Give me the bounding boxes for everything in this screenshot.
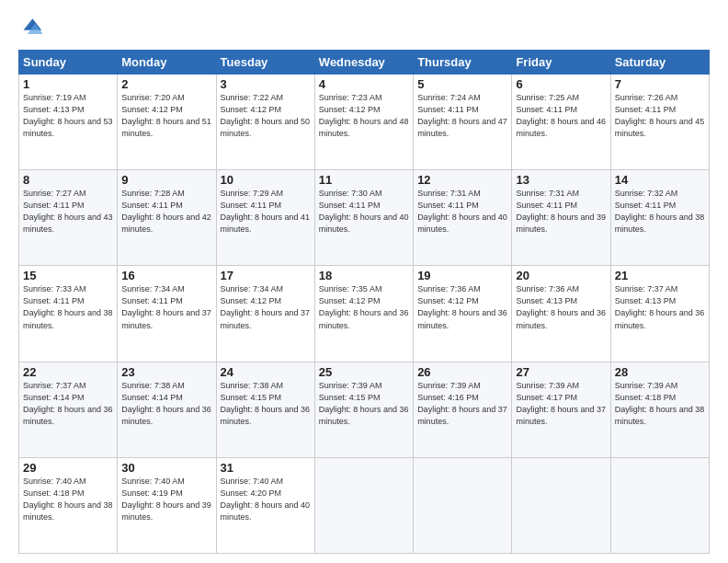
- day-number: 19: [417, 269, 507, 282]
- week-row-3: 15Sunrise: 7:33 AM Sunset: 4:11 PM Dayli…: [19, 266, 710, 362]
- day-number: 3: [221, 77, 311, 91]
- day-info: Sunrise: 7:22 AM Sunset: 4:12 PM Dayligh…: [221, 92, 311, 140]
- header-day-monday: Monday: [118, 51, 216, 75]
- header-row: SundayMondayTuesdayWednesdayThursdayFrid…: [19, 51, 710, 75]
- day-info: Sunrise: 7:19 AM Sunset: 4:13 PM Dayligh…: [23, 92, 113, 140]
- calendar-table: SundayMondayTuesdayWednesdayThursdayFrid…: [18, 50, 710, 554]
- day-number: 30: [121, 461, 211, 475]
- day-cell: 19Sunrise: 7:36 AM Sunset: 4:12 PM Dayli…: [414, 266, 512, 362]
- day-number: 10: [221, 173, 311, 187]
- day-info: Sunrise: 7:20 AM Sunset: 4:12 PM Dayligh…: [121, 92, 211, 140]
- day-number: 1: [23, 77, 113, 91]
- day-cell: 14Sunrise: 7:32 AM Sunset: 4:11 PM Dayli…: [610, 170, 709, 266]
- day-info: Sunrise: 7:34 AM Sunset: 4:12 PM Dayligh…: [221, 283, 311, 331]
- day-cell: 18Sunrise: 7:35 AM Sunset: 4:12 PM Dayli…: [314, 266, 413, 362]
- day-cell: [610, 457, 709, 553]
- day-info: Sunrise: 7:40 AM Sunset: 4:18 PM Dayligh…: [23, 476, 113, 523]
- logo-icon: [18, 15, 44, 40]
- day-info: Sunrise: 7:24 AM Sunset: 4:11 PM Dayligh…: [417, 92, 507, 140]
- day-cell: 15Sunrise: 7:33 AM Sunset: 4:11 PM Dayli…: [19, 266, 118, 362]
- day-number: 24: [221, 365, 311, 379]
- week-row-2: 8Sunrise: 7:27 AM Sunset: 4:11 PM Daylig…: [19, 170, 710, 266]
- day-number: 12: [417, 173, 507, 187]
- day-cell: 28Sunrise: 7:39 AM Sunset: 4:18 PM Dayli…: [610, 362, 709, 457]
- day-info: Sunrise: 7:31 AM Sunset: 4:11 PM Dayligh…: [417, 188, 507, 236]
- day-info: Sunrise: 7:29 AM Sunset: 4:11 PM Dayligh…: [221, 188, 311, 236]
- day-info: Sunrise: 7:36 AM Sunset: 4:12 PM Dayligh…: [417, 283, 507, 331]
- day-cell: 7Sunrise: 7:26 AM Sunset: 4:11 PM Daylig…: [610, 75, 709, 170]
- day-cell: [314, 457, 413, 553]
- day-info: Sunrise: 7:37 AM Sunset: 4:13 PM Dayligh…: [615, 283, 705, 331]
- day-info: Sunrise: 7:30 AM Sunset: 4:11 PM Dayligh…: [319, 188, 409, 236]
- day-info: Sunrise: 7:26 AM Sunset: 4:11 PM Dayligh…: [615, 92, 705, 140]
- day-cell: 16Sunrise: 7:34 AM Sunset: 4:11 PM Dayli…: [118, 266, 216, 362]
- day-cell: 20Sunrise: 7:36 AM Sunset: 4:13 PM Dayli…: [512, 266, 610, 362]
- day-info: Sunrise: 7:23 AM Sunset: 4:12 PM Dayligh…: [319, 92, 409, 140]
- header: [18, 15, 710, 40]
- day-cell: [414, 457, 512, 553]
- day-cell: 17Sunrise: 7:34 AM Sunset: 4:12 PM Dayli…: [216, 266, 314, 362]
- day-number: 23: [121, 365, 211, 379]
- day-cell: 21Sunrise: 7:37 AM Sunset: 4:13 PM Dayli…: [610, 266, 709, 362]
- day-number: 25: [319, 365, 409, 379]
- day-info: Sunrise: 7:28 AM Sunset: 4:11 PM Dayligh…: [121, 188, 211, 236]
- week-row-5: 29Sunrise: 7:40 AM Sunset: 4:18 PM Dayli…: [19, 457, 710, 553]
- day-cell: 13Sunrise: 7:31 AM Sunset: 4:11 PM Dayli…: [512, 170, 610, 266]
- day-cell: 27Sunrise: 7:39 AM Sunset: 4:17 PM Dayli…: [512, 362, 610, 457]
- header-day-thursday: Thursday: [414, 51, 512, 75]
- week-row-4: 22Sunrise: 7:37 AM Sunset: 4:14 PM Dayli…: [19, 362, 710, 457]
- day-info: Sunrise: 7:27 AM Sunset: 4:11 PM Dayligh…: [23, 188, 113, 236]
- day-number: 20: [516, 269, 606, 282]
- day-cell: 8Sunrise: 7:27 AM Sunset: 4:11 PM Daylig…: [19, 170, 118, 266]
- header-day-tuesday: Tuesday: [216, 51, 314, 75]
- day-number: 14: [615, 173, 705, 187]
- day-number: 17: [221, 269, 311, 282]
- page: SundayMondayTuesdayWednesdayThursdayFrid…: [0, 0, 728, 563]
- day-cell: [512, 457, 610, 553]
- day-cell: 25Sunrise: 7:39 AM Sunset: 4:15 PM Dayli…: [314, 362, 413, 457]
- day-info: Sunrise: 7:33 AM Sunset: 4:11 PM Dayligh…: [23, 283, 113, 331]
- day-number: 9: [121, 173, 211, 187]
- day-cell: 11Sunrise: 7:30 AM Sunset: 4:11 PM Dayli…: [314, 170, 413, 266]
- day-info: Sunrise: 7:38 AM Sunset: 4:14 PM Dayligh…: [121, 380, 211, 428]
- day-number: 28: [615, 365, 705, 379]
- day-number: 22: [23, 365, 113, 379]
- day-number: 5: [417, 77, 507, 91]
- day-info: Sunrise: 7:39 AM Sunset: 4:15 PM Dayligh…: [319, 380, 409, 428]
- day-cell: 5Sunrise: 7:24 AM Sunset: 4:11 PM Daylig…: [414, 75, 512, 170]
- day-cell: 2Sunrise: 7:20 AM Sunset: 4:12 PM Daylig…: [118, 75, 216, 170]
- day-cell: 1Sunrise: 7:19 AM Sunset: 4:13 PM Daylig…: [19, 75, 118, 170]
- header-day-wednesday: Wednesday: [314, 51, 413, 75]
- day-number: 6: [516, 77, 606, 91]
- day-number: 21: [615, 269, 705, 282]
- day-cell: 23Sunrise: 7:38 AM Sunset: 4:14 PM Dayli…: [118, 362, 216, 457]
- day-number: 7: [615, 77, 705, 91]
- day-number: 15: [23, 269, 113, 282]
- day-cell: 24Sunrise: 7:38 AM Sunset: 4:15 PM Dayli…: [216, 362, 314, 457]
- day-cell: 31Sunrise: 7:40 AM Sunset: 4:20 PM Dayli…: [216, 457, 314, 553]
- day-number: 31: [221, 461, 311, 475]
- day-number: 2: [121, 77, 211, 91]
- day-number: 27: [516, 365, 606, 379]
- day-info: Sunrise: 7:34 AM Sunset: 4:11 PM Dayligh…: [121, 283, 211, 331]
- day-number: 13: [516, 173, 606, 187]
- day-number: 16: [121, 269, 211, 282]
- day-cell: 9Sunrise: 7:28 AM Sunset: 4:11 PM Daylig…: [118, 170, 216, 266]
- day-cell: 29Sunrise: 7:40 AM Sunset: 4:18 PM Dayli…: [19, 457, 118, 553]
- day-info: Sunrise: 7:35 AM Sunset: 4:12 PM Dayligh…: [319, 283, 409, 331]
- day-info: Sunrise: 7:40 AM Sunset: 4:19 PM Dayligh…: [121, 476, 211, 523]
- day-number: 18: [319, 269, 409, 282]
- day-info: Sunrise: 7:31 AM Sunset: 4:11 PM Dayligh…: [516, 188, 606, 236]
- day-number: 26: [417, 365, 507, 379]
- header-day-friday: Friday: [512, 51, 610, 75]
- week-row-1: 1Sunrise: 7:19 AM Sunset: 4:13 PM Daylig…: [19, 75, 710, 170]
- day-info: Sunrise: 7:40 AM Sunset: 4:20 PM Dayligh…: [221, 476, 311, 523]
- day-cell: 3Sunrise: 7:22 AM Sunset: 4:12 PM Daylig…: [216, 75, 314, 170]
- day-cell: 10Sunrise: 7:29 AM Sunset: 4:11 PM Dayli…: [216, 170, 314, 266]
- day-cell: 22Sunrise: 7:37 AM Sunset: 4:14 PM Dayli…: [19, 362, 118, 457]
- day-info: Sunrise: 7:38 AM Sunset: 4:15 PM Dayligh…: [221, 380, 311, 428]
- day-number: 29: [23, 461, 113, 475]
- day-number: 8: [23, 173, 113, 187]
- day-info: Sunrise: 7:39 AM Sunset: 4:18 PM Dayligh…: [615, 380, 705, 428]
- day-info: Sunrise: 7:32 AM Sunset: 4:11 PM Dayligh…: [615, 188, 705, 236]
